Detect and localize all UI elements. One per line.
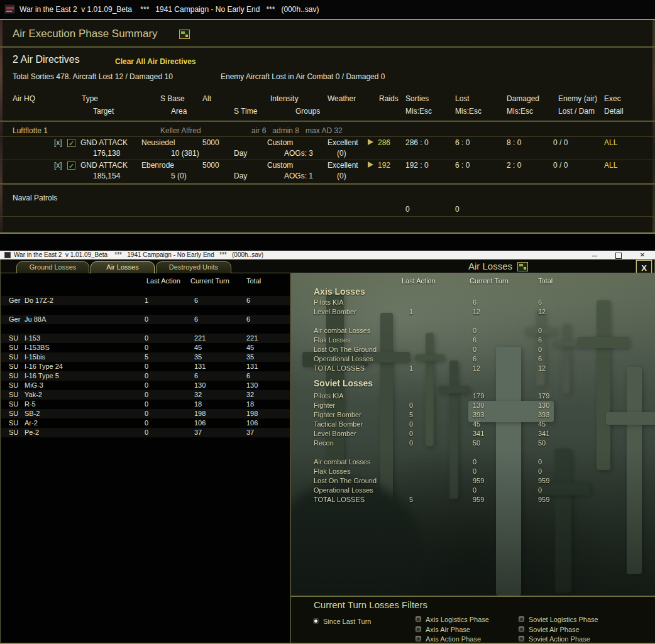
total-value: 130	[538, 401, 549, 409]
loss-category-label: Fighter	[314, 401, 335, 409]
last-action-value: 5	[409, 411, 413, 418]
current-turn-filters: Current Turn Losses Filters Since Last T…	[291, 596, 655, 643]
axis-losses-heading: Axis Losses	[314, 287, 365, 297]
current-turn-value: 12	[473, 308, 480, 315]
directive-select-toggle[interactable]: [x]	[54, 161, 62, 170]
soviet-losses-rows: Pilots KIA 179 179 Fighter 0 130 130 Fig…	[291, 391, 655, 505]
tab-label: Destroyed Units	[169, 263, 218, 271]
top-window-titlebar[interactable]: War in the East 2 v 1.01.09_Beta *** 194…	[0, 0, 655, 19]
summary-panel-icon[interactable]	[179, 30, 190, 39]
check-icon: ✓	[68, 139, 75, 147]
total-value: 6	[246, 315, 250, 323]
last-action-value: 0	[145, 381, 148, 389]
col-header-type: Type	[82, 94, 98, 103]
filter-soviet-air-phase[interactable]: Soviet Air Phase	[518, 623, 580, 632]
nation-label: SU	[9, 363, 18, 370]
checkbox-icon	[312, 618, 319, 625]
col-header-lost-dam: Lost / Dam	[558, 107, 595, 116]
directive-s-time: Day	[234, 172, 247, 180]
aircraft-name: I-16 Type 5	[25, 372, 59, 379]
directive-alt: 5000	[202, 161, 219, 170]
current-turn-value: 0	[473, 467, 476, 475]
aircraft-name: I-16 Type 24	[25, 363, 63, 370]
directive-sorties: 192 : 0	[405, 161, 429, 170]
current-turn-value: 0	[473, 327, 476, 334]
expand-raids-arrow-icon[interactable]	[368, 161, 373, 168]
last-action-value: 0	[145, 419, 148, 427]
directive-enabled-checkbox[interactable]: ✓	[67, 161, 75, 170]
directive-s-time: Day	[234, 149, 247, 158]
directive-enabled-checkbox[interactable]: ✓	[67, 139, 75, 147]
col-header-s-base: S Base	[160, 94, 185, 103]
tab-air-losses[interactable]: Air Losses	[91, 261, 155, 273]
directive-base: Neusiedel	[141, 138, 175, 147]
loss-category-label: Operational Losses	[314, 355, 373, 363]
directive-exec-detail-button[interactable]: ALL	[604, 138, 617, 147]
loss-category-label: Level Bomber	[314, 430, 356, 437]
expand-raids-arrow-icon[interactable]	[368, 139, 373, 145]
aircraft-name: I-15bis	[25, 353, 45, 361]
air-hq-commander: Keller Alfred	[160, 126, 201, 135]
directive-lost: 6 : 0	[455, 161, 470, 170]
total-value: 32	[246, 391, 254, 398]
col-header-s-time: S Time	[234, 107, 257, 116]
total-value: 45	[538, 420, 546, 428]
tab-destroyed-units[interactable]: Destroyed Units	[156, 261, 231, 273]
filter-since-last-turn[interactable]: Since Last Turn	[312, 615, 371, 624]
current-turn-value: 6	[194, 372, 198, 379]
nation-label: SU	[9, 372, 18, 379]
bottom-window-titlebar[interactable]: War in the East 2 v 1.01.09_Beta *** 194…	[0, 251, 655, 259]
air-hq-name[interactable]: Luftflotte 1	[13, 126, 48, 135]
directive-select-toggle[interactable]: [x]	[54, 138, 62, 147]
aircraft-row: Ger Ju 88A 0 6 6	[1, 315, 290, 324]
current-turn-value: 179	[473, 392, 484, 400]
directive-raids[interactable]: 286	[378, 138, 390, 147]
maximize-button[interactable]	[610, 251, 625, 259]
filter-axis-logistics-phase[interactable]: Axis Logistics Phase	[415, 613, 489, 622]
filter-axis-air-phase[interactable]: Axis Air Phase	[415, 623, 470, 632]
directive-type: GND ATTACK	[80, 138, 128, 147]
total-value: 50	[538, 439, 546, 447]
total-value: 6	[538, 298, 542, 306]
current-turn-value: 6	[194, 297, 198, 304]
checkbox-icon	[415, 635, 422, 642]
directive-groups: AOGs: 1	[284, 172, 313, 180]
clear-all-directives-button[interactable]: Clear All Air Directives	[115, 57, 196, 66]
directive-target: 185,154	[93, 172, 120, 180]
minimize-button[interactable]	[587, 251, 602, 259]
filter-soviet-action-phase[interactable]: Soviet Action Phase	[518, 633, 590, 641]
checkbox-icon	[518, 616, 525, 623]
close-button[interactable]: ✕	[635, 251, 650, 259]
last-action-value: 1	[145, 297, 148, 304]
air-losses-panel-icon[interactable]	[517, 262, 528, 271]
current-turn-value: 45	[473, 420, 480, 428]
aircraft-row	[1, 324, 290, 334]
directive-sorties: 286 : 0	[405, 138, 429, 147]
col-header-alt: Alt	[202, 94, 211, 103]
aircraft-name: Ju 88A	[25, 315, 46, 323]
directive-raids[interactable]: 192	[378, 161, 390, 170]
filter-axis-action-phase[interactable]: Axis Action Phase	[415, 633, 481, 641]
col-header-area: Area	[171, 107, 187, 116]
directive-intensity: Custom	[267, 138, 293, 147]
app-icon	[4, 252, 11, 258]
last-action-value: 0	[409, 420, 413, 428]
loss-category-label: Tactical Bomber	[314, 420, 363, 428]
col-header-intensity: Intensity	[270, 94, 299, 103]
column-header-current-turn: Current Turn	[190, 277, 229, 285]
directive-weather: Excellent	[328, 161, 358, 170]
col-header-lost: Lost	[455, 94, 470, 103]
divider	[0, 121, 655, 122]
last-action-value: 0	[145, 372, 148, 379]
directive-exec-detail-button[interactable]: ALL	[604, 161, 617, 170]
filter-soviet-logistics-phase[interactable]: Soviet Logistics Phase	[518, 613, 598, 622]
current-turn-value: 35	[194, 353, 202, 361]
tab-ground-losses[interactable]: Ground Losses	[16, 261, 89, 273]
checkbox-icon	[518, 626, 525, 633]
total-value: 341	[538, 430, 549, 437]
loss-category-label: Air combat Losses	[314, 327, 370, 334]
directive-lost: 6 : 0	[455, 138, 470, 147]
loss-row: Recon 0 50 50	[291, 439, 655, 448]
total-value: 6	[246, 372, 250, 379]
loss-row	[291, 448, 655, 457]
